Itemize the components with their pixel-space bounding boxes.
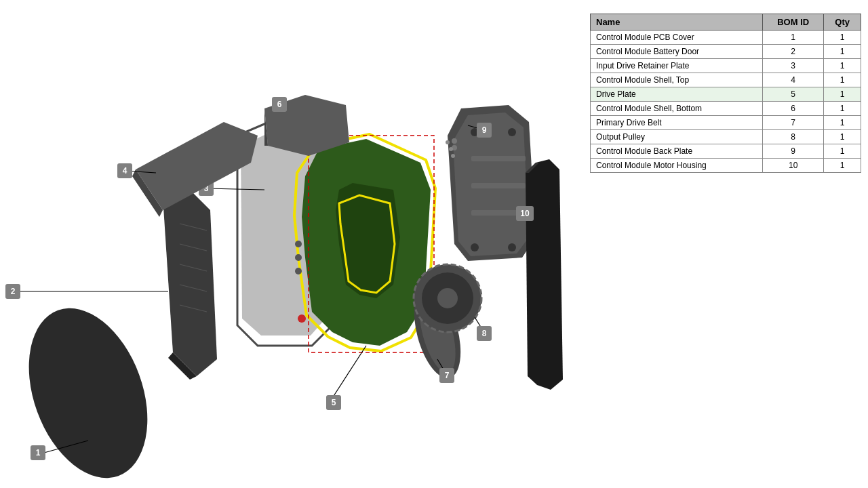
svg-text:4: 4 [123, 166, 127, 176]
svg-point-46 [452, 138, 457, 144]
bom-row-name: Input Drive Retainer Plate [591, 59, 763, 73]
svg-point-54 [295, 241, 302, 247]
svg-text:2: 2 [11, 287, 16, 296]
table-row: Primary Drive Belt71 [591, 116, 861, 130]
svg-point-55 [295, 254, 302, 261]
svg-point-58 [446, 140, 450, 144]
svg-point-60 [451, 154, 455, 158]
svg-point-59 [449, 147, 453, 151]
bom-row-id: 1 [762, 30, 823, 45]
diagram-area: 1 2 3 [0, 0, 590, 488]
bom-row-qty: 1 [824, 59, 861, 73]
svg-point-42 [508, 243, 516, 251]
bom-row-name: Control Module PCB Cover [591, 30, 763, 45]
svg-rect-44 [471, 183, 526, 188]
table-row: Input Drive Retainer Plate31 [591, 59, 861, 73]
svg-text:1: 1 [36, 448, 41, 458]
bom-row-name: Primary Drive Belt [591, 116, 763, 130]
table-row: Control Module Motor Housing101 [591, 159, 861, 173]
bom-row-qty: 1 [824, 130, 861, 144]
svg-point-40 [508, 128, 516, 136]
table-row: Drive Plate51 [591, 87, 861, 102]
bom-row-qty: 1 [824, 144, 861, 159]
svg-point-57 [298, 314, 306, 323]
col-header-name: Name [591, 14, 763, 30]
svg-point-34 [437, 288, 458, 308]
svg-point-56 [295, 268, 302, 274]
svg-text:8: 8 [482, 329, 487, 338]
bom-row-id: 7 [762, 116, 823, 130]
bom-row-qty: 1 [824, 116, 861, 130]
bom-row-id: 4 [762, 73, 823, 87]
table-row: Control Module PCB Cover11 [591, 30, 861, 45]
svg-text:6: 6 [277, 100, 282, 109]
bom-row-qty: 1 [824, 87, 861, 102]
part-9: 9 [448, 105, 536, 261]
table-row: Control Module Shell, Bottom61 [591, 102, 861, 116]
bom-row-id: 3 [762, 59, 823, 73]
bom-row-qty: 1 [824, 73, 861, 87]
bom-row-qty: 1 [824, 159, 861, 173]
bom-table-area: Name BOM ID Qty Control Module PCB Cover… [583, 0, 868, 488]
bom-row-id: 6 [762, 102, 823, 116]
svg-text:10: 10 [520, 209, 530, 218]
bom-row-name: Control Module Back Plate [591, 144, 763, 159]
bom-row-qty: 1 [824, 102, 861, 116]
svg-rect-43 [471, 156, 526, 161]
col-header-qty: Qty [824, 14, 861, 30]
svg-text:5: 5 [332, 398, 336, 407]
bom-row-name: Control Module Shell, Top [591, 73, 763, 87]
svg-point-41 [471, 243, 479, 251]
bom-row-id: 2 [762, 45, 823, 59]
bom-row-name: Output Pulley [591, 130, 763, 144]
table-row: Control Module Battery Door21 [591, 45, 861, 59]
bom-row-id: 5 [762, 87, 823, 102]
table-row: Control Module Shell, Top41 [591, 73, 861, 87]
svg-text:7: 7 [445, 371, 450, 380]
bom-row-qty: 1 [824, 30, 861, 45]
svg-text:9: 9 [482, 125, 487, 135]
col-header-bomid: BOM ID [762, 14, 823, 30]
bom-row-id: 9 [762, 144, 823, 159]
table-row: Output Pulley81 [591, 130, 861, 144]
bom-table: Name BOM ID Qty Control Module PCB Cover… [590, 14, 861, 173]
bom-row-name: Control Module Battery Door [591, 45, 763, 59]
bom-row-id: 8 [762, 130, 823, 144]
bom-row-id: 10 [762, 159, 823, 173]
bom-row-name: Drive Plate [591, 87, 763, 102]
bom-row-name: Control Module Shell, Bottom [591, 102, 763, 116]
table-row: Control Module Back Plate91 [591, 144, 861, 159]
bom-row-name: Control Module Motor Housing [591, 159, 763, 173]
bom-row-qty: 1 [824, 45, 861, 59]
